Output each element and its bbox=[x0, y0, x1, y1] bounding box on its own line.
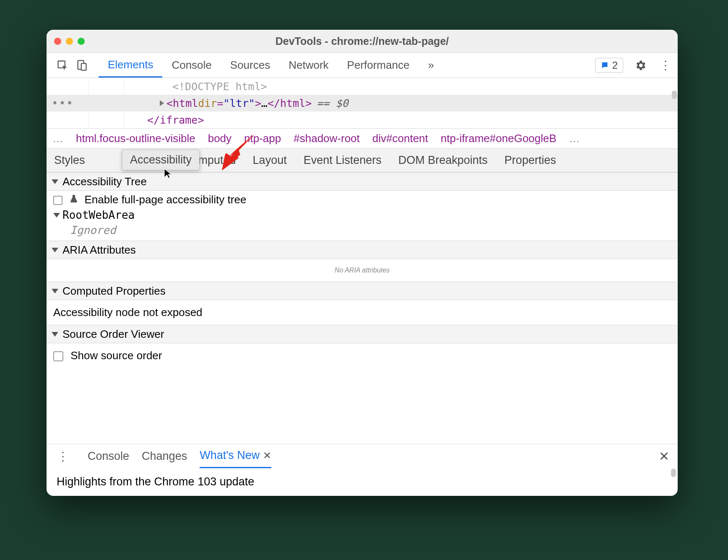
enable-full-tree-row[interactable]: Enable full-page accessibility tree bbox=[53, 193, 671, 206]
a11y-tree-child: Ignored bbox=[53, 224, 671, 236]
device-toolbar-icon[interactable] bbox=[73, 57, 90, 74]
a11y-tree-root[interactable]: RootWebArea bbox=[53, 209, 671, 221]
expand-caret-icon[interactable] bbox=[53, 213, 60, 218]
panel-tabs: Elements Console Sources Network Perform… bbox=[99, 53, 443, 78]
dom-doctype: <!DOCTYPE html> bbox=[172, 80, 267, 93]
drawer: ⋮ Console Changes What's New✕ ✕ Highligh… bbox=[47, 444, 678, 496]
enable-full-tree-checkbox[interactable] bbox=[53, 196, 62, 205]
scrollbar-thumb[interactable] bbox=[671, 469, 676, 477]
source-order-body: Show source order bbox=[47, 343, 678, 368]
inspect-element-icon[interactable] bbox=[54, 57, 71, 74]
pane-computed-properties[interactable]: Computed Properties bbox=[47, 282, 678, 300]
more-options-icon[interactable]: ⋮ bbox=[658, 58, 673, 72]
accessibility-tree-body: Enable full-page accessibility tree Root… bbox=[47, 191, 678, 241]
expand-caret-icon[interactable] bbox=[160, 100, 164, 106]
mouse-cursor-icon bbox=[164, 168, 172, 179]
tab-network[interactable]: Network bbox=[279, 53, 338, 78]
tab-elements[interactable]: Elements bbox=[99, 53, 162, 78]
subtab-dom-breakpoints[interactable]: DOM Breakpoints bbox=[398, 154, 488, 167]
subtab-event-listeners[interactable]: Event Listeners bbox=[304, 154, 382, 167]
settings-icon[interactable] bbox=[632, 59, 648, 72]
drawer-tab-changes[interactable]: Changes bbox=[142, 450, 187, 463]
sidebar-tabs: Styles Accessibility mputed Layout Event… bbox=[47, 149, 678, 172]
minimize-window-button[interactable] bbox=[66, 38, 73, 45]
row-actions-icon[interactable]: ••• bbox=[52, 97, 74, 109]
drawer-body: Highlights from the Chrome 103 update bbox=[47, 468, 678, 496]
subtab-accessibility-dragging[interactable]: Accessibility bbox=[122, 150, 200, 170]
main-toolbar: Elements Console Sources Network Perform… bbox=[47, 53, 678, 78]
subtab-styles[interactable]: Styles bbox=[54, 154, 85, 167]
show-source-order-checkbox[interactable] bbox=[53, 351, 63, 361]
crumb-item[interactable]: ntp-iframe#oneGoogleB bbox=[441, 132, 556, 145]
devtools-window: DevTools - chrome://new-tab-page/ Elemen… bbox=[47, 30, 678, 496]
issues-count: 2 bbox=[612, 60, 618, 71]
close-window-button[interactable] bbox=[54, 38, 61, 45]
crumb-item[interactable]: div#content bbox=[372, 132, 428, 145]
pane-source-order[interactable]: Source Order Viewer bbox=[47, 325, 678, 343]
tab-console[interactable]: Console bbox=[162, 53, 221, 78]
computed-properties-body: Accessibility node not exposed bbox=[47, 300, 678, 325]
issues-button[interactable]: 2 bbox=[595, 58, 623, 73]
more-tabs-button[interactable]: » bbox=[419, 53, 443, 78]
tab-performance[interactable]: Performance bbox=[338, 53, 419, 78]
drawer-tab-console[interactable]: Console bbox=[88, 450, 129, 463]
breadcrumb-overflow-left[interactable]: … bbox=[52, 132, 63, 145]
close-tab-icon[interactable]: ✕ bbox=[263, 450, 271, 461]
window-controls bbox=[54, 38, 85, 45]
experiment-flask-icon bbox=[70, 193, 78, 206]
dom-selected-row[interactable]: ••• <html dir="ltr">…</html>== $0 bbox=[47, 95, 678, 111]
pane-accessibility-tree[interactable]: Accessibility Tree bbox=[47, 172, 678, 191]
annotation-arrow-icon bbox=[214, 129, 260, 175]
scrollbar-thumb[interactable] bbox=[672, 91, 677, 99]
dom-breadcrumb: … html.focus-outline-visible body ntp-ap… bbox=[47, 129, 678, 149]
breadcrumb-overflow-right[interactable]: … bbox=[569, 132, 580, 145]
subtab-properties[interactable]: Properties bbox=[504, 154, 556, 167]
collapse-caret-icon[interactable] bbox=[52, 248, 58, 252]
dom-tree[interactable]: <!DOCTYPE html> ••• <html dir="ltr">…</h… bbox=[47, 78, 678, 129]
svg-rect-2 bbox=[81, 63, 86, 70]
crumb-item[interactable]: html.focus-outline-visible bbox=[76, 132, 195, 145]
drawer-tabs: ⋮ Console Changes What's New✕ ✕ bbox=[47, 444, 678, 468]
window-title: DevTools - chrome://new-tab-page/ bbox=[47, 35, 678, 47]
collapse-caret-icon[interactable] bbox=[52, 289, 58, 293]
dom-closing-tag: </iframe> bbox=[147, 114, 204, 126]
pane-aria-attributes[interactable]: ARIA Attributes bbox=[47, 241, 678, 259]
titlebar: DevTools - chrome://new-tab-page/ bbox=[47, 30, 678, 53]
aria-empty-message: No ARIA attributes bbox=[47, 259, 678, 282]
drawer-tab-whats-new[interactable]: What's New✕ bbox=[200, 449, 271, 468]
collapse-caret-icon[interactable] bbox=[52, 332, 58, 337]
collapse-caret-icon[interactable] bbox=[52, 179, 58, 184]
crumb-item[interactable]: #shadow-root bbox=[294, 132, 360, 145]
tab-sources[interactable]: Sources bbox=[221, 53, 279, 78]
drawer-close-icon[interactable]: ✕ bbox=[659, 449, 669, 464]
drawer-more-icon[interactable]: ⋮ bbox=[55, 449, 71, 463]
maximize-window-button[interactable] bbox=[78, 38, 85, 45]
